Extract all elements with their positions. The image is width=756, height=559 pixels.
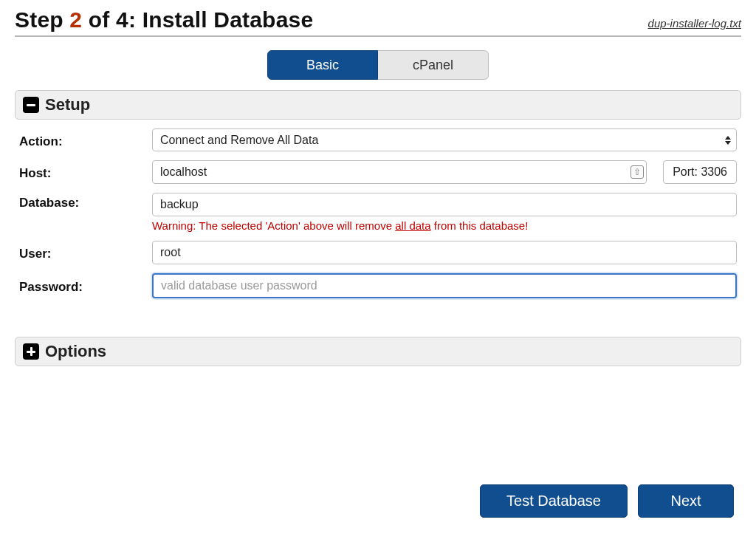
button-row: Test Database Next <box>15 484 741 518</box>
row-database: Database: Warning: The selected 'Action'… <box>19 193 737 232</box>
log-file-link[interactable]: dup-installer-log.txt <box>648 17 741 30</box>
label-password: Password: <box>19 277 152 295</box>
user-input[interactable] <box>152 241 737 264</box>
page-title: Step 2 of 4: Install Database <box>15 7 313 32</box>
label-action: Action: <box>19 131 152 149</box>
row-user: User: <box>19 241 737 264</box>
section-options-label: Options <box>45 342 106 361</box>
label-database: Database: <box>19 193 152 210</box>
setup-form: Action: Connect and Remove All Data Host… <box>15 128 741 312</box>
tab-group: Basic cPanel <box>267 50 489 80</box>
host-row: ⇧ Port: 3306 <box>152 160 737 184</box>
host-input[interactable] <box>152 160 647 184</box>
section-setup-label: Setup <box>45 95 90 114</box>
action-control-wrap: Connect and Remove All Data <box>152 128 737 151</box>
row-host: Host: ⇧ Port: 3306 <box>19 160 737 184</box>
tab-cpanel[interactable]: cPanel <box>378 50 489 80</box>
install-database-page: Step 2 of 4: Install Database dup-instal… <box>0 0 756 540</box>
port-button[interactable]: Port: 3306 <box>663 160 737 184</box>
password-control-wrap <box>152 273 737 298</box>
row-password: Password: <box>19 273 737 298</box>
database-control-wrap: Warning: The selected 'Action' above wil… <box>152 193 737 232</box>
row-action: Action: Connect and Remove All Data <box>19 128 737 151</box>
tab-basic[interactable]: Basic <box>267 50 378 80</box>
database-warning: Warning: The selected 'Action' above wil… <box>152 219 737 232</box>
warning-post: from this database! <box>431 219 529 232</box>
label-host: Host: <box>19 163 152 181</box>
host-control-wrap: ⇧ Port: 3306 <box>152 160 737 184</box>
label-user: User: <box>19 244 152 261</box>
step-name: Install Database <box>142 7 314 32</box>
mode-tabs: Basic cPanel <box>15 50 741 80</box>
step-of: of 4: <box>89 7 136 32</box>
collapse-icon <box>23 97 39 113</box>
section-options-header[interactable]: Options <box>15 337 741 366</box>
spacer <box>15 312 741 337</box>
select-caret-icon <box>725 136 731 145</box>
step-number: 2 <box>69 7 82 32</box>
warning-link[interactable]: all data <box>395 219 430 232</box>
database-input[interactable] <box>152 193 737 216</box>
step-prefix: Step <box>15 7 63 32</box>
test-database-button[interactable]: Test Database <box>480 484 628 518</box>
action-select-wrap: Connect and Remove All Data <box>152 128 737 151</box>
action-select[interactable]: Connect and Remove All Data <box>152 128 737 151</box>
next-button[interactable]: Next <box>638 484 734 518</box>
section-setup-header[interactable]: Setup <box>15 90 741 120</box>
expand-icon <box>23 343 39 360</box>
user-control-wrap <box>152 241 737 264</box>
header-row: Step 2 of 4: Install Database dup-instal… <box>15 7 741 37</box>
password-input[interactable] <box>152 273 737 298</box>
warning-pre: Warning: The selected 'Action' above wil… <box>152 219 395 232</box>
